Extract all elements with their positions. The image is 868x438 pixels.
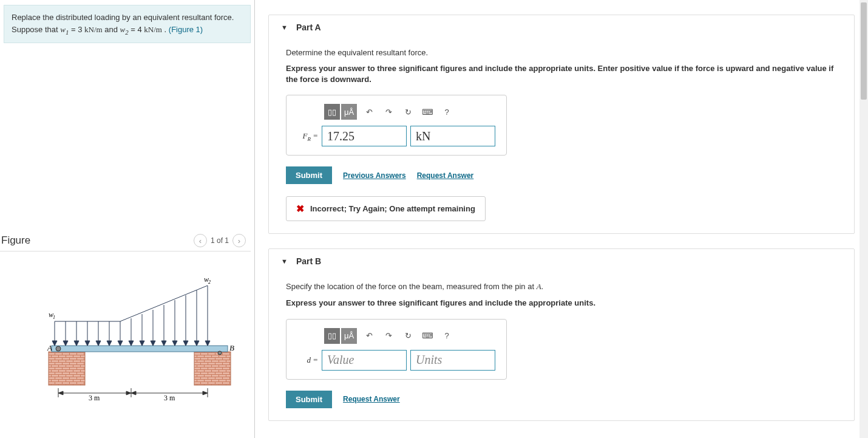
part-b-toolbar: ▯▯ μÅ ↶ ↷ ↻ ⌨ ?: [324, 328, 495, 344]
svg-marker-52: [203, 391, 208, 395]
templates-button[interactable]: ▯▯: [324, 104, 340, 120]
problem-statement: Replace the distributed loading by an eq…: [4, 5, 251, 43]
part-a-feedback: ✖ Incorrect; Try Again; One attempt rema…: [286, 196, 486, 221]
svg-text:A: A: [47, 343, 52, 352]
help-button[interactable]: ?: [439, 104, 454, 120]
part-a-toolbar: ▯▯ μÅ ↶ ↷ ↻ ⌨ ?: [324, 104, 495, 120]
part-b-instruction: Express your answer to three significant…: [286, 298, 837, 309]
svg-marker-37: [183, 341, 188, 346]
svg-marker-38: [194, 341, 199, 346]
chevron-down-icon: ▼: [281, 258, 288, 265]
redo-button[interactable]: ↷: [381, 328, 396, 344]
svg-marker-29: [96, 341, 101, 346]
part-a-value-input[interactable]: [322, 126, 407, 146]
redo-button[interactable]: ↷: [381, 104, 396, 120]
part-a-answer-box: ▯▯ μÅ ↶ ↷ ↻ ⌨ ? FR =: [286, 95, 507, 156]
svg-rect-5: [49, 352, 85, 385]
scrollbar-thumb[interactable]: [861, 2, 867, 100]
figure-link[interactable]: (Figure 1): [169, 25, 203, 34]
part-b-answer-box: ▯▯ μÅ ↶ ↷ ↻ ⌨ ? d =: [286, 319, 507, 380]
svg-marker-32: [129, 341, 134, 346]
part-b-header[interactable]: ▼ Part B: [269, 249, 854, 273]
units-symbol-button[interactable]: μÅ: [341, 104, 357, 120]
chevron-down-icon: ▼: [281, 24, 288, 31]
svg-marker-49: [58, 391, 63, 395]
svg-marker-36: [172, 341, 177, 346]
svg-marker-27: [74, 341, 79, 346]
part-b-request-answer-link[interactable]: Request Answer: [343, 395, 400, 403]
scrollbar-track[interactable]: [860, 0, 868, 438]
part-b-value-input[interactable]: [322, 350, 407, 371]
part-a-variable: FR =: [297, 131, 318, 142]
svg-text:B: B: [229, 343, 234, 352]
svg-marker-28: [85, 341, 90, 346]
part-a-unit-input[interactable]: [410, 126, 495, 146]
part-b-block: ▼ Part B Specify the location of the for…: [268, 248, 855, 420]
part-a-submit-button[interactable]: Submit: [286, 166, 332, 184]
figure-prev-button[interactable]: ‹: [194, 234, 207, 247]
figure-panel-label: Figure: [1, 234, 30, 247]
svg-marker-26: [63, 341, 68, 346]
part-b-unit-input[interactable]: [410, 350, 495, 371]
incorrect-icon: ✖: [296, 203, 304, 214]
figure-next-button[interactable]: ›: [232, 234, 246, 247]
reset-button[interactable]: ↻: [401, 328, 415, 344]
svg-marker-34: [151, 341, 155, 346]
svg-text:1: 1: [53, 315, 55, 320]
svg-marker-39: [205, 341, 210, 346]
svg-rect-6: [194, 352, 231, 385]
figure-pager: 1 of 1: [211, 236, 229, 245]
svg-point-8: [56, 346, 61, 351]
part-a-previous-answers-link[interactable]: Previous Answers: [343, 171, 406, 180]
svg-text:2: 2: [208, 279, 211, 285]
svg-text:3 m: 3 m: [164, 394, 175, 402]
svg-marker-30: [107, 341, 112, 346]
part-a-block: ▼ Part A Determine the equivalent result…: [268, 15, 855, 234]
svg-marker-35: [161, 341, 166, 346]
part-b-prompt: Specify the location of the force on the…: [286, 282, 837, 292]
part-a-request-answer-link[interactable]: Request Answer: [417, 171, 474, 180]
reset-button[interactable]: ↻: [401, 104, 415, 120]
svg-marker-25: [52, 341, 57, 346]
part-a-title: Part A: [296, 22, 321, 32]
undo-button[interactable]: ↶: [362, 328, 376, 344]
feedback-text: Incorrect; Try Again; One attempt remain…: [310, 204, 475, 213]
undo-button[interactable]: ↶: [362, 104, 376, 120]
part-a-instruction: Express your answer to three significant…: [286, 63, 837, 85]
part-a-prompt: Determine the equivalent resultant force…: [286, 48, 837, 57]
part-a-header[interactable]: ▼ Part A: [269, 15, 854, 39]
part-b-variable: d =: [297, 355, 318, 365]
svg-point-9: [218, 351, 222, 355]
svg-rect-7: [52, 346, 228, 352]
templates-button[interactable]: ▯▯: [324, 328, 340, 344]
svg-marker-33: [140, 341, 144, 346]
keyboard-button[interactable]: ⌨: [420, 328, 435, 344]
help-button[interactable]: ?: [439, 328, 454, 344]
figure-diagram: w 1 w 2 A B 3 m 3: [0, 252, 254, 417]
svg-marker-31: [118, 341, 123, 346]
units-symbol-button[interactable]: μÅ: [341, 328, 357, 344]
part-b-title: Part B: [296, 256, 321, 266]
svg-text:3 m: 3 m: [89, 394, 100, 402]
svg-marker-51: [131, 391, 136, 395]
keyboard-button[interactable]: ⌨: [420, 104, 435, 120]
part-b-submit-button[interactable]: Submit: [286, 391, 332, 408]
